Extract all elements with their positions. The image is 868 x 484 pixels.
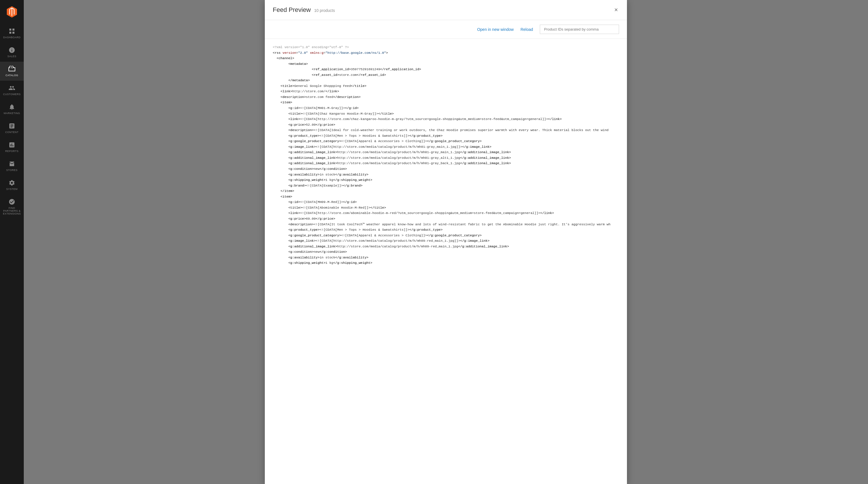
feed-preview-modal: Feed Preview 10 products × Open in new w… [265,0,627,484]
svg-rect-3 [12,32,14,34]
sidebar-stores-label: STORES [6,169,18,172]
sidebar-item-stores[interactable]: STORES [0,156,24,176]
svg-rect-1 [12,29,14,31]
sidebar-marketing-label: MARKETING [4,112,20,115]
modal-subtitle: 10 products [314,8,335,13]
sidebar-customers-label: CUSTOMERS [3,93,21,96]
sidebar-find-partners-label: FIND PARTNERS & EXTENSIONS [1,207,23,215]
sidebar-item-content[interactable]: CONTENT [0,119,24,138]
sidebar-item-catalog[interactable]: CATALOG [0,62,24,81]
modal-overlay[interactable]: Feed Preview 10 products × Open in new w… [24,0,868,484]
product-ids-input[interactable] [540,25,619,34]
modal-title-area: Feed Preview 10 products [273,6,335,13]
sidebar-navigation: DASHBOARD SALES CATALOG CUSTOMERS MARKET… [0,24,24,219]
sidebar-item-find-partners[interactable]: FIND PARTNERS & EXTENSIONS [0,194,24,219]
open-new-window-button[interactable]: Open in new window [477,27,514,32]
sidebar-system-label: SYSTEM [6,188,18,190]
modal-title: Feed Preview [273,6,311,13]
sidebar-item-sales[interactable]: SALES [0,43,24,62]
sidebar-item-customers[interactable]: CUSTOMERS [0,81,24,100]
sidebar-item-system[interactable]: SYSTEM [0,176,24,194]
sidebar-item-reports[interactable]: REPORTS [0,138,24,156]
sidebar-item-dashboard[interactable]: DASHBOARD [0,24,24,43]
sidebar-catalog-label: CATALOG [5,74,18,77]
sidebar-item-marketing[interactable]: MARKETING [0,100,24,119]
sidebar-reports-label: REPORTS [5,150,19,153]
magento-logo [0,0,24,24]
modal-toolbar: Open in new window Reload [265,20,627,39]
modal-body[interactable]: <?xml version="1.0" encoding="utf-8" ?> … [265,39,627,484]
modal-header: Feed Preview 10 products × [265,0,627,20]
sidebar-dashboard-label: DASHBOARD [3,36,21,39]
modal-close-button[interactable]: × [613,6,619,14]
svg-rect-0 [9,29,11,31]
reload-button[interactable]: Reload [521,27,533,32]
sidebar-content-label: CONTENT [5,131,19,133]
sidebar-sales-label: SALES [7,55,17,58]
main-area: Feed Preview 10 products × Open in new w… [24,0,868,484]
svg-rect-2 [9,32,11,34]
xml-content-display: <?xml version="1.0" encoding="utf-8" ?> … [273,44,619,266]
sidebar: DASHBOARD SALES CATALOG CUSTOMERS MARKET… [0,0,24,484]
